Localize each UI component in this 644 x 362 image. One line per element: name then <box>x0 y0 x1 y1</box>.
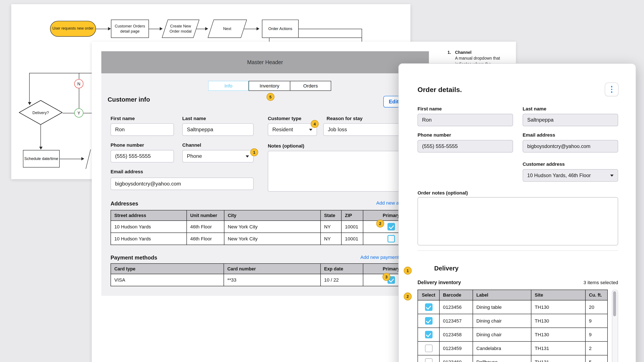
col-exp-date: Exp date <box>320 264 363 274</box>
cell-label: Dollhouse <box>473 355 531 362</box>
annotation-marker-3: 3 <box>382 273 390 281</box>
cell-city: New York City <box>224 221 320 233</box>
modal-phone-value: (555) 555-5555 <box>422 143 458 149</box>
arrowhead-icon <box>108 27 111 30</box>
email-field[interactable]: bigboysdontcry@yahoo.com <box>110 178 254 190</box>
flow-node-start-label: User requests new order <box>52 26 94 31</box>
cell-barcode: 0123459 <box>440 342 473 355</box>
first-name-label: First name <box>110 116 135 121</box>
first-name-field[interactable]: Ron <box>110 123 174 136</box>
delivery-inventory-table: Select Barcode Label Site Cu. ft. 012345… <box>418 290 608 362</box>
cell-site: TH130 <box>531 328 586 342</box>
modal-first-name-field[interactable]: Ron <box>418 114 513 126</box>
reason-for-stay-field[interactable]: Job loss <box>323 123 407 136</box>
flow-connector <box>298 28 362 29</box>
cell-street: 10 Hudson Yards <box>111 233 187 245</box>
customer-address-value: 10 Hudson Yards, 46th Floor <box>527 172 591 178</box>
reason-for-stay-value: Job loss <box>328 127 347 132</box>
tab-inventory[interactable]: Inventory <box>248 81 290 91</box>
cell-card-number: **33 <box>224 274 320 286</box>
order-details-modal: Order details. First name Ron Last name … <box>398 63 636 362</box>
flow-node-next-label: Next <box>223 26 232 31</box>
col-site: Site <box>531 290 586 300</box>
flow-node-create-modal: Create New Order modal <box>162 19 200 38</box>
flow-node-start: User requests new order <box>50 21 96 37</box>
master-header-title: Master Header <box>247 59 283 65</box>
cell-barcode: 0123457 <box>440 314 473 328</box>
order-notes-textarea[interactable] <box>418 197 618 245</box>
cell-cuft: 5 <box>586 355 608 362</box>
order-notes-label: Order notes (optional) <box>418 190 468 195</box>
flow-node-order-actions-label: Order Actions <box>268 26 292 31</box>
modal-last-name-field[interactable]: Saltnpeppa <box>523 114 618 126</box>
cell-site: TH131 <box>531 342 586 355</box>
edit-button-label: Edit <box>389 99 399 104</box>
modal-phone-field[interactable]: (555) 555-5555 <box>418 140 513 152</box>
flow-connector <box>244 28 256 29</box>
customer-address-dropdown[interactable]: 10 Hudson Yards, 46th Floor <box>523 169 618 182</box>
select-item-checkbox[interactable] <box>425 345 432 352</box>
flow-node-schedule: Schedule date/time <box>23 150 60 167</box>
tab-orders-label: Orders <box>303 83 318 88</box>
col-card-type: Card type <box>111 264 224 274</box>
notes-textarea[interactable] <box>268 151 406 192</box>
modal-email-value: bigboysdontcry@yahoo.com <box>527 143 590 149</box>
cell-state: NY <box>320 233 341 245</box>
scrollbar-thumb[interactable] <box>613 291 616 316</box>
flow-connector <box>86 149 91 169</box>
kebab-dot-icon <box>611 91 612 93</box>
payments-table: Card type Card number Exp date Primary V… <box>110 263 420 286</box>
primary-address-checkbox[interactable] <box>388 223 395 231</box>
channel-dropdown[interactable]: Phone <box>182 150 254 162</box>
annotation-marker-1: 1 <box>250 148 258 156</box>
modal-first-name-value: Ron <box>422 117 432 123</box>
flow-node-detail-page-label: Customer Orders detail page <box>112 23 148 34</box>
channel-value: Phone <box>187 153 202 159</box>
select-item-checkbox[interactable] <box>425 331 432 339</box>
col-card-number: Card number <box>224 264 320 274</box>
inventory-row: 0123456 Dining table TH130 20 <box>418 300 608 314</box>
master-header-bar: Master Header <box>101 51 429 73</box>
select-item-checkbox[interactable] <box>425 358 432 362</box>
cell-zip: 10001 <box>341 221 363 233</box>
customer-type-dropdown[interactable]: Resident <box>268 123 317 136</box>
delivery-inventory-title: Delivery inventory <box>418 280 461 286</box>
arrowhead-icon <box>205 27 208 30</box>
phone-number-value: (555) 555-5555 <box>115 153 151 159</box>
tab-orders[interactable]: Orders <box>290 81 331 91</box>
arrowhead-icon <box>256 27 260 30</box>
last-name-field[interactable]: Saltnpeppa <box>182 123 254 136</box>
primary-address-checkbox[interactable] <box>388 235 395 243</box>
flow-connector <box>78 88 79 108</box>
cell-site: TH130 <box>531 314 586 328</box>
addresses-table: Street address Unit number City State ZI… <box>110 210 420 245</box>
flow-connector <box>84 113 93 113</box>
notes-label: Notes (optional) <box>268 143 304 148</box>
select-item-checkbox[interactable] <box>425 304 432 311</box>
modal-last-name-value: Saltnpeppa <box>527 117 554 123</box>
flow-connector <box>40 125 41 147</box>
items-selected-count: 3 items selected <box>545 280 618 285</box>
cell-city: New York City <box>224 233 320 245</box>
addresses-title: Addresses <box>110 201 138 207</box>
flow-branch-no-label: N <box>77 81 80 86</box>
cell-barcode: 0123460 <box>440 355 473 362</box>
col-select: Select <box>418 290 440 300</box>
kebab-menu-button[interactable] <box>605 82 618 96</box>
tab-info[interactable]: Info <box>208 81 248 91</box>
addresses-header-row: Street address Unit number City State ZI… <box>111 210 420 221</box>
flow-connector <box>29 73 30 103</box>
phone-number-field[interactable]: (555) 555-5555 <box>110 150 174 162</box>
table-scrollbar[interactable] <box>612 290 618 362</box>
arrowhead-icon <box>81 157 84 161</box>
chevron-down-icon <box>309 128 312 131</box>
address-row: 10 Hudson Yards 46th Floor New York City… <box>111 233 420 245</box>
annotation-title: Channel <box>455 50 472 54</box>
cell-label: Candelabra <box>473 342 531 355</box>
annotation-marker-delivery-2: 2 <box>404 293 412 301</box>
flow-node-order-actions: Order Actions <box>262 19 298 38</box>
modal-email-field[interactable]: bigboysdontcry@yahoo.com <box>523 140 618 152</box>
last-name-label: Last name <box>182 116 206 121</box>
modal-phone-label: Phone number <box>418 132 451 137</box>
select-item-checkbox[interactable] <box>425 317 432 325</box>
